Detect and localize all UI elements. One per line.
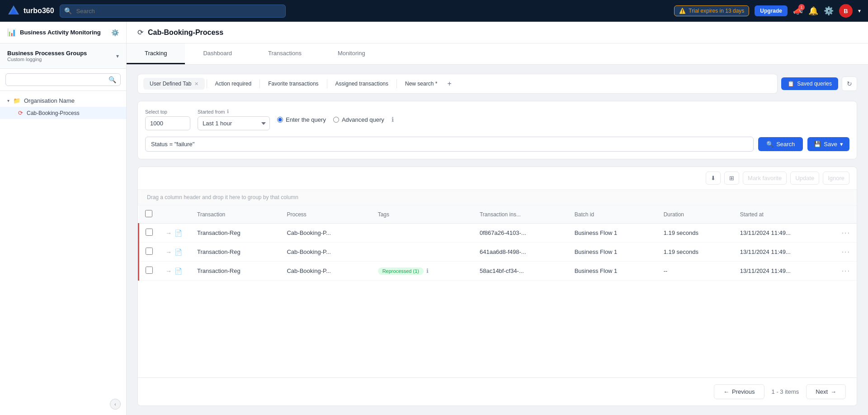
main-content: ⟳ Cab-Booking-Process Tracking Dashboard… (127, 22, 868, 415)
process-tree-item[interactable]: ⟳ Cab-Booking-Process (0, 107, 126, 119)
sidebar-settings-icon[interactable]: ⚙️ (111, 29, 119, 36)
add-query-tab-button[interactable]: + (443, 77, 455, 91)
upgrade-button[interactable]: Upgrade (755, 5, 788, 16)
row1-arrow-icon[interactable]: → (165, 229, 172, 237)
select-top-input[interactable] (145, 116, 190, 130)
select-all-checkbox[interactable] (145, 210, 152, 217)
pagination-info: 1 - 3 items (772, 388, 799, 395)
row2-checkbox[interactable] (146, 248, 153, 255)
section-collapse-icon[interactable]: ▾ (116, 53, 119, 59)
sidebar-module-header: 📊 Business Activity Monitoring ⚙️ (0, 22, 126, 43)
row3-tag-info-icon[interactable]: ℹ (426, 267, 429, 274)
saved-queries-button[interactable]: 📋 Saved queries (781, 77, 838, 90)
app-layout: 📊 Business Activity Monitoring ⚙️ Busine… (0, 22, 868, 415)
row3-arrow-icon[interactable]: → (165, 267, 172, 275)
previous-label: Previous (732, 388, 755, 395)
select-top-field: Select top (145, 109, 190, 130)
search-input[interactable] (60, 5, 286, 18)
row3-more-button[interactable]: ··· (842, 267, 850, 275)
search-icon: 🔍 (64, 7, 72, 14)
row1-more-button[interactable]: ··· (842, 229, 850, 237)
tab-transactions[interactable]: Transactions (250, 43, 320, 64)
select-top-label: Select top (145, 109, 190, 114)
row3-transaction: Transaction-Reg (191, 262, 280, 281)
col-header-batch-id: Batch id (568, 205, 657, 224)
col-header-duration: Duration (657, 205, 734, 224)
save-button[interactable]: 💾 Save ▾ (807, 137, 849, 151)
row3-checkbox[interactable] (146, 267, 153, 274)
mark-favorite-label: Mark favorite (748, 175, 782, 181)
sidebar-search-input[interactable] (5, 73, 121, 86)
row3-actions-cell: → 📄 (159, 262, 191, 281)
radio-enter-query[interactable]: Enter the query (277, 116, 326, 123)
query-tab-user-defined[interactable]: User Defined Tab ✕ (143, 78, 205, 90)
query-tab-user-defined-close[interactable]: ✕ (194, 81, 198, 87)
tabs-bar: Tracking Dashboard Transactions Monitori… (127, 43, 868, 65)
folder-icon: 📁 (13, 97, 20, 104)
table-header: Transaction Process Tags Transaction ins… (139, 205, 857, 224)
query-tab-action-required[interactable]: Action required (209, 78, 258, 90)
trial-badge: ⚠️ Trial expires in 13 days (674, 5, 749, 16)
row1-doc-icon[interactable]: 📄 (175, 229, 182, 237)
tab-monitoring[interactable]: Monitoring (320, 43, 383, 64)
query-tab-favorite[interactable]: Favorite transactions (262, 78, 325, 90)
row1-tags (372, 224, 473, 243)
row2-arrow-icon[interactable]: → (165, 248, 172, 256)
notifications-megaphone[interactable]: 📣 1 (793, 6, 803, 16)
row3-doc-icon[interactable]: 📄 (175, 267, 182, 275)
page-header: ⟳ Cab-Booking-Process (127, 22, 868, 43)
started-from-select[interactable]: Last 1 hour Last 6 hours Last 24 hours L… (198, 116, 270, 130)
ignore-button[interactable]: Ignore (823, 172, 849, 185)
module-title-block: Business Activity Monitoring (20, 29, 101, 36)
module-icon: 📊 (7, 28, 16, 37)
query-tab-assigned[interactable]: Assigned transactions (329, 78, 395, 90)
update-button[interactable]: Update (790, 172, 819, 185)
avatar[interactable]: B (839, 4, 853, 18)
row2-actions-cell: → 📄 (159, 243, 191, 262)
sidebar-collapse-button[interactable]: ‹ (110, 399, 121, 410)
query-info-icon[interactable]: ℹ (392, 116, 394, 123)
query-tab-new-search[interactable]: New search * (399, 78, 443, 90)
save-icon: 💾 (814, 141, 821, 148)
notifications-bell[interactable]: 🔔 (808, 6, 818, 16)
content-area: User Defined Tab ✕ Action required Favor… (127, 65, 868, 415)
refresh-button[interactable]: ↻ (842, 76, 857, 91)
started-from-info-icon[interactable]: ℹ (227, 109, 229, 114)
table-row: → 📄 Transaction-Reg Cab-Booking-P... 0f8… (139, 224, 857, 243)
download-button[interactable]: ⬇ (706, 172, 721, 185)
col-header-actions (159, 205, 191, 224)
tab-dashboard[interactable]: Dashboard (185, 43, 250, 64)
page-icon: ⟳ (137, 28, 143, 37)
section-title: Business Processes Groups (7, 50, 87, 57)
mark-favorite-button[interactable]: Mark favorite (743, 172, 787, 185)
columns-button[interactable]: ⊞ (724, 172, 739, 185)
row2-started-at: 13/11/2024 11:49... (734, 243, 835, 262)
settings-icon[interactable]: ⚙️ (824, 6, 834, 16)
tab-separator-4 (396, 79, 397, 88)
col-header-transaction-ins: Transaction ins... (473, 205, 568, 224)
table-toolbar: ⬇ ⊞ Mark favorite Update Ignore (138, 167, 857, 190)
row1-batch-id: Business Flow 1 (568, 224, 657, 243)
sidebar-tree: ▾ 📁 Organisation Name ⟳ Cab-Booking-Proc… (0, 91, 126, 415)
org-tree-item[interactable]: ▾ 📁 Organisation Name (0, 95, 126, 107)
data-table: Transaction Process Tags Transaction ins… (138, 205, 857, 281)
user-menu-chevron[interactable]: ▾ (858, 8, 861, 14)
brand-icon (7, 5, 20, 17)
pagination-row: ← Previous 1 - 3 items Next → (138, 377, 857, 405)
row1-checkbox[interactable] (146, 229, 153, 236)
notification-badge: 1 (798, 4, 805, 10)
row3-more-cell: ··· (835, 262, 857, 281)
tab-tracking[interactable]: Tracking (127, 43, 185, 64)
search-button[interactable]: 🔍 Search (758, 137, 803, 151)
row2-doc-icon[interactable]: 📄 (175, 248, 182, 256)
row1-transaction-ins: 0f867a26-4103-... (473, 224, 568, 243)
previous-button[interactable]: ← Previous (714, 384, 764, 399)
row3-started-at: 13/11/2024 11:49... (734, 262, 835, 281)
next-button[interactable]: Next → (806, 384, 846, 399)
query-text-input[interactable] (145, 137, 754, 152)
row2-more-button[interactable]: ··· (842, 248, 850, 256)
tab-separator-3 (327, 79, 327, 88)
brand: turbo360 (7, 5, 54, 17)
radio-advanced-query[interactable]: Advanced query (333, 116, 384, 123)
search-btn-label: Search (776, 141, 795, 148)
